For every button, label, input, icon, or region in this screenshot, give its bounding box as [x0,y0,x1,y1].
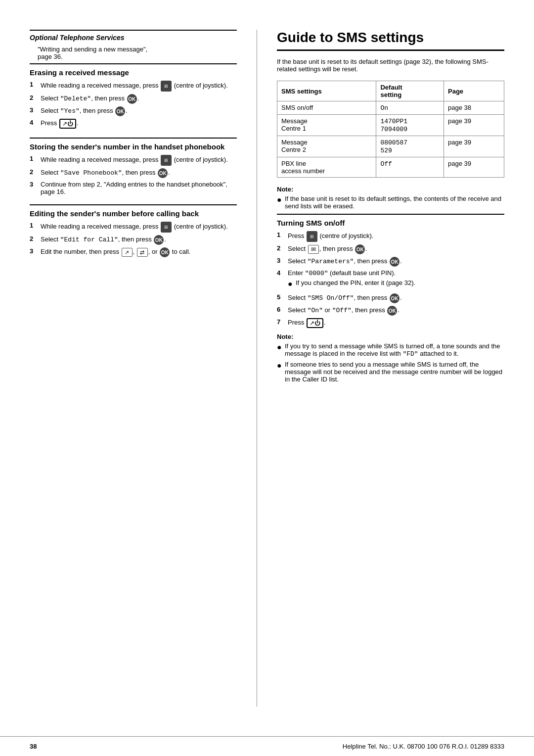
bullet-icon-4: ● [277,361,285,370]
note1-bullet-1: ● If the base unit is reset to its defau… [277,195,504,210]
page-content: Optional Telephone Services "Writing and… [0,0,534,736]
intro-line-1: "Writing and sending a new message",page… [38,46,237,60]
setting-msg-centre-1: MessageCentre 1 [277,115,376,136]
turning-step-6: 6 Select "On" or "Off", then press OK. [277,306,504,316]
turning-sms-title: Turning SMS on/off [277,214,504,227]
call-arrow-icon: ↗ [122,248,133,257]
ok-button-icon-9: OK [387,306,397,316]
note2-bullet-2: ● If someone tries to send you a message… [277,361,504,383]
footer-page-number: 38 [30,743,37,750]
ok-button-icon-2: OK [115,106,125,116]
storing-steps: 1 While reading a received message, pres… [30,155,237,195]
note2-bullet-1: ● If you try to send a message while SMS… [277,342,504,358]
bullet-icon-3: ● [277,342,285,352]
erasing-step-3: 3 Select "Yes", then press OK. [30,106,237,116]
turning-step-2: 2 Select , then press OK. [277,244,504,254]
storing-step-1: 1 While reading a received message, pres… [30,155,237,166]
page-sms-onoff: page 38 [444,101,504,115]
ok-button-icon-8: OK [390,293,400,303]
setting-pbx-line: PBX lineaccess number [277,157,376,178]
ok-button-icon-3: OK [158,168,168,178]
optional-telephone-services-header: Optional Telephone Services [30,30,237,42]
editing-step-3: 3 Edit the number, then press ↗, ⇄, or O… [30,247,237,257]
storing-step-3: 3 Continue from step 2, "Adding entries … [30,181,237,195]
page: Optional Telephone Services "Writing and… [0,0,534,756]
bullet-icon-2: ● [288,279,296,288]
editing-section-title: Editing the sender's number before calli… [30,204,237,218]
ok-button-icon: OK [127,94,137,104]
editing-step-1: 1 While reading a received message, pres… [30,222,237,233]
table-row-msg-centre-1: MessageCentre 1 1470PP17094009 page 39 [277,115,504,136]
note2-label: Note: [277,333,504,340]
page-msg-centre-1: page 39 [444,115,504,136]
ok-button-icon-7: OK [390,257,400,267]
default-sms-onoff: On [376,101,444,115]
joystick-icon-3: ⊞ [161,222,172,233]
turning-step-1: 1 Press ⊞ (centre of joystick). [277,231,504,242]
editing-step-2: 2 Select "Edit for Call", then press OK. [30,235,237,245]
table-row-msg-centre-2: MessageCentre 2 0800587529 page 39 [277,136,504,157]
setting-sms-onoff: SMS on/off [277,101,376,115]
turning-step-5: 5 Select "SMS On/Off", then press OK. [277,293,504,303]
joystick-icon-2: ⊞ [161,155,172,166]
transfer-icon: ⇄ [137,248,148,257]
right-column: Guide to SMS settings If the base unit i… [257,30,504,707]
footer: 38 Helpline Tel. No.: U.K. 08700 100 076… [0,736,534,756]
joystick-icon: ⊞ [161,81,172,92]
power-symbol-icon-2: ↗⏻ [307,318,323,328]
joystick-icon-4: ⊞ [307,231,317,242]
ok-button-icon-6: OK [355,244,365,254]
sms-settings-table: SMS settings Defaultsetting Page SMS on/… [277,81,504,178]
editing-steps: 1 While reading a received message, pres… [30,222,237,257]
storing-section-title: Storing the sender's number in the hands… [30,138,237,151]
bullet-icon-1: ● [277,195,285,204]
page-title: Guide to SMS settings [277,30,504,51]
page-pbx-line: page 39 [444,157,504,178]
table-header-sms-settings: SMS settings [277,81,376,101]
erasing-step-1: 1 While reading a received message, pres… [30,81,237,92]
storing-step-2: 2 Select "Save Phonebook", then press OK… [30,168,237,178]
turning-sms-steps: 1 Press ⊞ (centre of joystick). 2 Select… [277,231,504,328]
left-column: Optional Telephone Services "Writing and… [30,30,257,707]
default-pbx-line: Off [376,157,444,178]
power-symbol-icon: ↗⏻ [59,119,76,129]
ok-button-icon-4: OK [154,235,164,245]
erasing-steps: 1 While reading a received message, pres… [30,81,237,129]
table-header-default: Defaultsetting [376,81,444,101]
erasing-step-2: 2 Select "Delete", then press OK. [30,94,237,104]
erasing-step-4: 4 Press ↗⏻. [30,119,237,129]
table-row-sms-onoff: SMS on/off On page 38 [277,101,504,115]
default-msg-centre-1: 1470PP17094009 [376,115,444,136]
turning-step-4-sub: ● If you changed the PIN, enter it (page… [288,279,504,288]
page-msg-centre-2: page 39 [444,136,504,157]
table-row-pbx-line: PBX lineaccess number Off page 39 [277,157,504,178]
sms-envelope-icon [308,245,319,254]
ok-button-icon-5: OK [160,247,170,257]
footer-helpline: Helpline Tel. No.: U.K. 08700 100 076 R.… [343,743,504,750]
turning-step-4: 4 Enter "0000" (default base unit PIN). … [277,269,504,291]
table-header-page: Page [444,81,504,101]
default-msg-centre-2: 0800587529 [376,136,444,157]
erasing-section-title: Erasing a received message [30,63,237,77]
note1-label: Note: [277,186,504,193]
turning-step-3: 3 Select "Parameters", then press OK. [277,257,504,267]
turning-step-7: 7 Press ↗⏻. [277,318,504,328]
right-intro-text: If the base unit is reset to its default… [277,58,504,73]
setting-msg-centre-2: MessageCentre 2 [277,136,376,157]
